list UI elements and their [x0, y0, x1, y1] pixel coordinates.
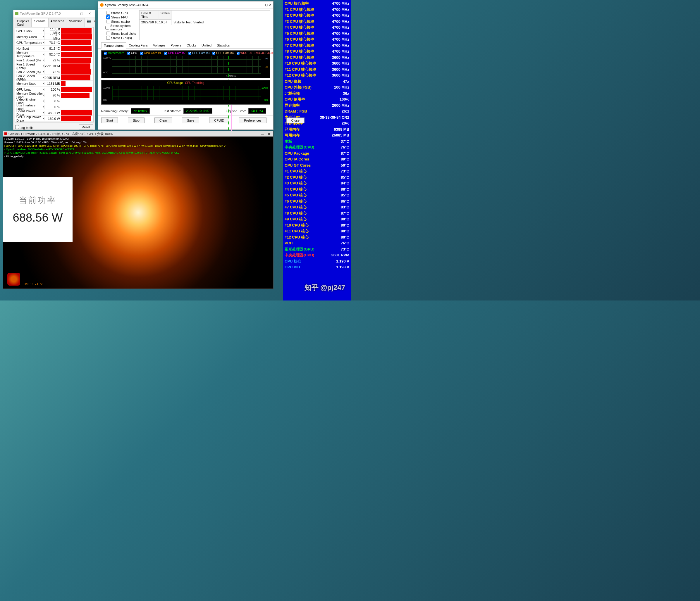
osd-row: CPU Package87°C: [284, 151, 349, 157]
status-date: 2022/9/6 10:19:57: [140, 20, 172, 25]
aida-titlebar[interactable]: System Stability Test - AIDA64 — ▢ ✕: [98, 1, 273, 8]
gpuz-window: TechPowerUp GPU-Z 2.47.0 — ▢ ✕ Graphics …: [13, 10, 95, 130]
maximize-button[interactable]: ▢: [78, 12, 85, 16]
osd-row: #1 CPU 核心73°C: [284, 168, 349, 175]
subtab-cooling fans[interactable]: Cooling Fans: [126, 42, 150, 48]
maximize-button[interactable]: ▢: [265, 3, 268, 6]
status-table: Date & TimeStatus 2022/9/6 10:19:57Stabi…: [139, 10, 270, 40]
minimize-button[interactable]: —: [261, 3, 264, 6]
subtab-temperatures[interactable]: Temperatures: [101, 43, 126, 49]
sensor-row[interactable]: Memory Used▾1151 MB: [16, 81, 93, 86]
aida-subtabs: TemperaturesCooling FansVoltagesPowersCl…: [98, 42, 273, 49]
osd-row: #4 CPU 核心88°C: [284, 186, 349, 193]
subtab-unified[interactable]: Unified: [199, 42, 214, 48]
temp-y-high: 100 °C: [103, 56, 111, 59]
osd-row: #7 CPU 核心频率4700 MHz: [284, 43, 349, 49]
legend-item[interactable]: CPU Core #3: [189, 51, 209, 55]
overlay-line: FurMark 1.30.0.0 - Burn-in test, 1920x10…: [4, 137, 226, 140]
stress-check-stress-fpu[interactable]: Stress FPU: [101, 15, 136, 19]
furmark-overlay: FurMark 1.30.0.0 - Burn-in test, 1920x10…: [4, 137, 226, 158]
sensor-row[interactable]: Memory Clock▾1187.7 MHz: [16, 34, 93, 40]
osd-row: #3 CPU 核心84°C: [284, 180, 349, 186]
osd-row: #6 CPU 核心频率4700 MHz: [284, 36, 349, 43]
usage-chart: CPU Usage | CPU Throttling 100% 0% 100% …: [101, 80, 270, 105]
legend-item[interactable]: CPU: [127, 51, 137, 55]
reset-button[interactable]: Reset: [79, 125, 93, 130]
sensor-row[interactable]: Memory Temperature▾92.0 °C: [16, 51, 93, 57]
furmark-logo-icon: [7, 273, 20, 286]
stress-checks: Stress CPUStress FPUStress cacheStress s…: [101, 10, 136, 40]
furmark-temp-strip: GPU 1: 73 °c: [24, 283, 43, 286]
osd-row: #8 CPU 核心频率4700 MHz: [284, 49, 349, 55]
osd-row: #4 CPU 核心频率4700 MHz: [284, 25, 349, 31]
osd-row: #11 CPU 核心80°C: [284, 228, 349, 234]
usage-r-lo: 0%: [265, 99, 268, 101]
osd-row: PCH76°C: [284, 240, 349, 246]
furmark-icon: [4, 132, 7, 135]
close-button[interactable]: ✕: [269, 3, 272, 6]
aida-close-button[interactable]: Close: [286, 117, 304, 123]
overlay-line: - F1: toggle help: [4, 155, 226, 158]
subtab-statistics[interactable]: Statistics: [214, 42, 232, 48]
usage-r-hi: 100%: [261, 86, 268, 89]
sensor-row[interactable]: GPU Temperature▾73.7 °C: [16, 40, 93, 46]
sensor-row[interactable]: GPU Chip Power Draw▾130.0 W: [16, 116, 93, 122]
osd-row: #11 CPU 核心频率3600 MHz: [284, 67, 349, 73]
sensor-row[interactable]: Fan 1 Speed (RPM)▾2291 RPM: [16, 63, 93, 69]
legend-item[interactable]: CPU Core #1: [140, 51, 161, 55]
osd-row: CPU 核心频率4700 MHz: [284, 1, 349, 7]
stress-check-stress-local-disks[interactable]: Stress local disks: [101, 32, 136, 35]
osd-row: 北桥倍频36x: [284, 90, 349, 97]
tab-validation[interactable]: Validation: [67, 18, 84, 27]
osd-row: 已用内存6388 MB: [284, 127, 349, 133]
osd-row: 显存频率2600 MHz: [284, 103, 349, 109]
furmark-title: Geeks3D FurMark v1.30.0.0 - 155帧, GPU1 温…: [8, 132, 259, 136]
subtab-voltages[interactable]: Voltages: [150, 42, 168, 48]
gpuz-tabs: Graphics CardSensorsAdvancedValidation 📷…: [14, 17, 95, 27]
tab-sensors[interactable]: Sensors: [32, 18, 48, 27]
overlay-line: - OpenGL renderer: NVIDIA GeForce RTX 30…: [4, 148, 226, 151]
osd-row: #5 CPU 核心频率4700 MHz: [284, 31, 349, 37]
overlay-line: [ GPU-Z ] - GPU: 1155 MHz - mem: 9107 MH…: [4, 144, 226, 148]
osd-row: CPU VID1.193 V: [284, 264, 349, 270]
usage-y-lo: 0%: [103, 99, 107, 101]
osd-row: #2 CPU 核心频率4700 MHz: [284, 12, 349, 19]
close-button[interactable]: ✕: [86, 12, 93, 16]
stress-check-stress-system-memory[interactable]: Stress system memory: [101, 24, 136, 31]
osd-row: #10 CPU 核心频率3600 MHz: [284, 60, 349, 67]
gpuz-title: TechPowerUp GPU-Z 2.47.0: [20, 12, 70, 15]
tab-advanced[interactable]: Advanced: [48, 18, 67, 27]
osd-row: #9 CPU 核心80°C: [284, 216, 349, 223]
minimize-button[interactable]: —: [259, 132, 266, 136]
stress-check-stress-cache[interactable]: Stress cache: [101, 20, 136, 23]
osd-row: #3 CPU 核心频率4700 MHz: [284, 19, 349, 25]
legend-item[interactable]: CPU Core #2: [164, 51, 185, 55]
col-status: Status: [159, 10, 171, 20]
gpuz-sensor-list: GPU Clock▾1155.0 MHzMemory Clock▾1187.7 …: [15, 27, 94, 123]
tab-graphics-card[interactable]: Graphics Card: [15, 18, 32, 27]
osd-row: #6 CPU 核心86°C: [284, 199, 349, 205]
osd-row: 主板37°C: [284, 138, 349, 145]
osd-row: #1 CPU 核心频率4700 MHz: [284, 7, 349, 13]
legend-item[interactable]: CPU Core #4: [212, 51, 233, 55]
menu-icon[interactable]: ≡: [93, 18, 97, 27]
furmark-bottom: GPU 1: 73 °c: [7, 273, 43, 286]
sensor-row[interactable]: Fan 2 Speed (RPM)▾2295 RPM: [16, 75, 93, 81]
subtab-clocks[interactable]: Clocks: [184, 42, 199, 48]
legend-item[interactable]: Motherboard: [104, 51, 124, 55]
log-to-file-checkbox[interactable]: Log to file: [15, 125, 34, 130]
legend-item[interactable]: WDS100T3X0C-00SJG0: [236, 51, 273, 55]
osd-row: 可用内存26085 MB: [284, 132, 349, 138]
osd-row: DRAM : FSB26:1: [284, 108, 349, 114]
stress-check-stress-gpu-s-[interactable]: Stress GPU(s): [101, 36, 136, 40]
osd-row: CPU GT Cores50°C: [284, 162, 349, 169]
overlay-line: Frames:111483 - time:00:11:58 - FPS:155 …: [4, 140, 226, 144]
close-button[interactable]: ✕: [266, 132, 272, 136]
stress-check-stress-cpu[interactable]: Stress CPU: [101, 11, 136, 15]
camera-icon[interactable]: 📷: [85, 18, 93, 27]
subtab-powers[interactable]: Powers: [168, 42, 184, 48]
furmark-titlebar[interactable]: Geeks3D FurMark v1.30.0.0 - 155帧, GPU1 温…: [3, 131, 273, 136]
gpuz-titlebar[interactable]: TechPowerUp GPU-Z 2.47.0 — ▢ ✕: [14, 10, 95, 17]
minimize-button[interactable]: —: [70, 12, 77, 15]
osd-row: CPU 核心1.190 V: [284, 258, 349, 265]
